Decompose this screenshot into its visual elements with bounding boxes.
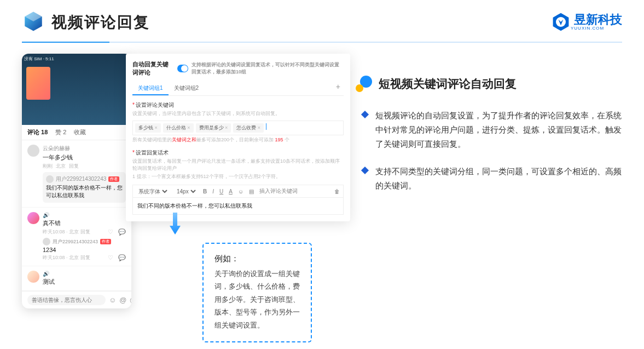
- page-title: 视频评论回复: [51, 12, 150, 33]
- bold-icon[interactable]: B: [203, 188, 207, 194]
- video-thumbnail: [26, 67, 50, 100]
- panel-title: 自动回复关键词评论: [132, 60, 173, 77]
- add-group-button[interactable]: +: [333, 82, 344, 95]
- italic-icon[interactable]: I: [212, 188, 214, 194]
- keyword-tags[interactable]: 多少钱 什么价格 费用是多少 怎么收费: [132, 121, 344, 135]
- comment-item: 云朵的赫赫 一年多少钱 刚刚北京回复 用户2299214302243作者 我们不…: [22, 140, 131, 208]
- size-select[interactable]: 14px: [175, 188, 198, 195]
- comment-item: 🔊 测试: [22, 266, 131, 291]
- diamond-icon: [361, 167, 369, 174]
- avatar: [27, 271, 39, 283]
- diamond-icon: [361, 111, 369, 118]
- image-icon[interactable]: ▤: [249, 188, 254, 194]
- reply-item: 用户2299214302243作者 我们不同的版本价格不一样，您可以私信联系我: [43, 172, 126, 203]
- example-callout: 例如： 关于询价的设置成一组关键词，多少钱、什么价格，费用多少等。关于咨询班型、…: [202, 243, 312, 342]
- bullet-item: 短视频评论的自动回复设置，为了提升作者的评论回复效率，在系统中针对常见的评论用户…: [362, 108, 622, 151]
- at-icon[interactable]: @: [119, 296, 126, 304]
- section-title: 短视频关键词评论自动回复: [379, 76, 517, 91]
- send-icon[interactable]: ◎: [130, 296, 131, 304]
- feature-icon: [356, 76, 372, 92]
- keyword-tag[interactable]: 怎么收费: [233, 123, 264, 133]
- comment-tabs: 评论 18 赞 2 收藏: [22, 125, 131, 140]
- insert-keyword-button[interactable]: 插入评论关键词: [259, 187, 298, 195]
- emoji-icon[interactable]: ☺: [238, 188, 243, 194]
- comment-item: 🔊 真不错 昨天10:08 · 北京 回复♡ 💬 用户2299214302243…: [22, 208, 131, 266]
- color-icon[interactable]: A: [229, 188, 233, 194]
- brand-logo: 昱新科技YUUXIN.COM: [551, 12, 622, 32]
- cube-logo-icon: [22, 10, 45, 35]
- keyword-tag[interactable]: 多少钱: [135, 123, 161, 133]
- arrow-icon: [170, 213, 181, 234]
- comment-input[interactable]: [27, 295, 106, 305]
- editor-toolbar: 系统字体 14px B I U A ☺ ▤ 插入评论关键词 🗑: [132, 185, 344, 198]
- tab-comments[interactable]: 评论 18: [27, 128, 48, 136]
- bullet-item: 支持不同类型的关键词分组，同一类问题，可设置多个相近的、高频的关键词。: [362, 164, 622, 193]
- avatar: [27, 145, 39, 157]
- delete-icon[interactable]: 🗑: [334, 188, 340, 194]
- keyword-group-tab[interactable]: 关键词组1: [132, 82, 169, 95]
- auto-reply-toggle[interactable]: [177, 65, 188, 72]
- avatar: [27, 212, 39, 224]
- status-bar: 没有 SIM · 5:11: [24, 56, 129, 62]
- phone-mockup: 没有 SIM · 5:11 评论 18 赞 2 收藏 云朵的赫赫 一年多少钱 刚…: [22, 54, 131, 308]
- keyword-tag[interactable]: 费用是多少: [196, 123, 231, 133]
- tab-fav[interactable]: 收藏: [74, 128, 86, 136]
- keyword-group-tab[interactable]: 关键词组2: [169, 82, 205, 95]
- keyword-tag[interactable]: 什么价格: [163, 123, 194, 133]
- underline-icon[interactable]: U: [219, 188, 223, 194]
- emoji-icon[interactable]: ☺: [109, 296, 116, 304]
- reply-editor[interactable]: 我们不同的版本价格不一样，您可以私信联系我: [132, 198, 344, 215]
- settings-panel: 自动回复关键词评论 支持根据评论的关键词设置回复话术，可以针对不同类型关键词设置…: [126, 54, 350, 221]
- font-select[interactable]: 系统字体: [136, 188, 169, 195]
- tab-likes[interactable]: 赞 2: [55, 128, 66, 136]
